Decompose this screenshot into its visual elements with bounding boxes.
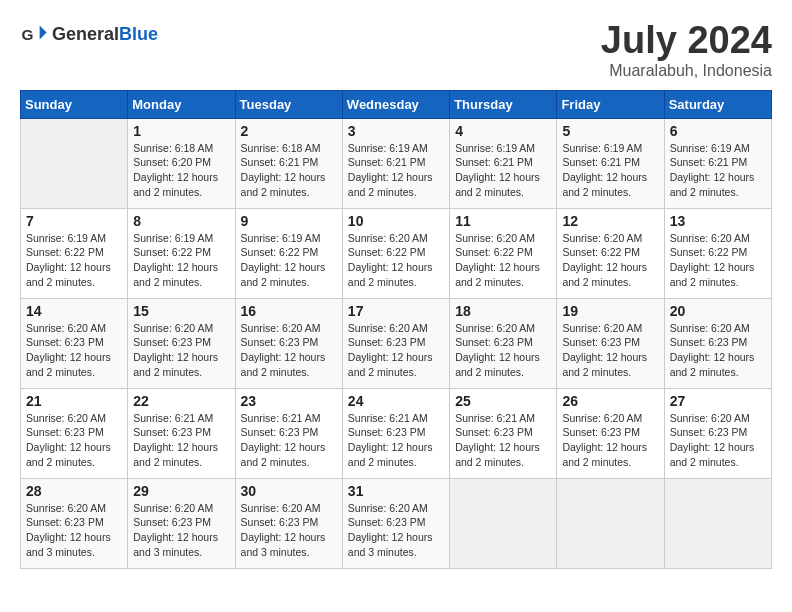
calendar-cell: 6Sunrise: 6:19 AM Sunset: 6:21 PM Daylig… [664,118,771,208]
day-info: Sunrise: 6:19 AM Sunset: 6:22 PM Dayligh… [26,231,122,290]
day-info: Sunrise: 6:20 AM Sunset: 6:23 PM Dayligh… [26,501,122,560]
calendar-cell [557,478,664,568]
calendar-cell: 29Sunrise: 6:20 AM Sunset: 6:23 PM Dayli… [128,478,235,568]
calendar-cell: 21Sunrise: 6:20 AM Sunset: 6:23 PM Dayli… [21,388,128,478]
day-info: Sunrise: 6:18 AM Sunset: 6:20 PM Dayligh… [133,141,229,200]
day-of-week-header-sunday: Sunday [21,90,128,118]
day-number: 27 [670,393,766,409]
day-number: 21 [26,393,122,409]
day-info: Sunrise: 6:19 AM Sunset: 6:21 PM Dayligh… [670,141,766,200]
day-info: Sunrise: 6:21 AM Sunset: 6:23 PM Dayligh… [241,411,337,470]
day-number: 20 [670,303,766,319]
calendar-cell: 7Sunrise: 6:19 AM Sunset: 6:22 PM Daylig… [21,208,128,298]
day-number: 12 [562,213,658,229]
day-of-week-header-wednesday: Wednesday [342,90,449,118]
calendar-week-row: 1Sunrise: 6:18 AM Sunset: 6:20 PM Daylig… [21,118,772,208]
day-number: 8 [133,213,229,229]
month-title: July 2024 [601,20,772,62]
calendar-cell: 18Sunrise: 6:20 AM Sunset: 6:23 PM Dayli… [450,298,557,388]
calendar-cell: 14Sunrise: 6:20 AM Sunset: 6:23 PM Dayli… [21,298,128,388]
day-number: 15 [133,303,229,319]
calendar-week-row: 14Sunrise: 6:20 AM Sunset: 6:23 PM Dayli… [21,298,772,388]
day-number: 29 [133,483,229,499]
day-number: 14 [26,303,122,319]
logo-text-blue: Blue [119,24,158,44]
day-info: Sunrise: 6:19 AM Sunset: 6:21 PM Dayligh… [348,141,444,200]
calendar-body: 1Sunrise: 6:18 AM Sunset: 6:20 PM Daylig… [21,118,772,568]
day-number: 23 [241,393,337,409]
day-number: 22 [133,393,229,409]
day-number: 11 [455,213,551,229]
day-info: Sunrise: 6:20 AM Sunset: 6:22 PM Dayligh… [348,231,444,290]
day-info: Sunrise: 6:20 AM Sunset: 6:23 PM Dayligh… [133,321,229,380]
day-number: 7 [26,213,122,229]
day-number: 3 [348,123,444,139]
day-number: 28 [26,483,122,499]
calendar-cell: 24Sunrise: 6:21 AM Sunset: 6:23 PM Dayli… [342,388,449,478]
calendar-cell: 5Sunrise: 6:19 AM Sunset: 6:21 PM Daylig… [557,118,664,208]
calendar-week-row: 21Sunrise: 6:20 AM Sunset: 6:23 PM Dayli… [21,388,772,478]
day-number: 5 [562,123,658,139]
calendar-cell: 28Sunrise: 6:20 AM Sunset: 6:23 PM Dayli… [21,478,128,568]
calendar-cell: 3Sunrise: 6:19 AM Sunset: 6:21 PM Daylig… [342,118,449,208]
day-of-week-header-tuesday: Tuesday [235,90,342,118]
day-info: Sunrise: 6:20 AM Sunset: 6:22 PM Dayligh… [455,231,551,290]
calendar-cell: 13Sunrise: 6:20 AM Sunset: 6:22 PM Dayli… [664,208,771,298]
calendar-cell: 23Sunrise: 6:21 AM Sunset: 6:23 PM Dayli… [235,388,342,478]
day-info: Sunrise: 6:20 AM Sunset: 6:23 PM Dayligh… [562,411,658,470]
day-info: Sunrise: 6:20 AM Sunset: 6:23 PM Dayligh… [348,321,444,380]
calendar-cell [450,478,557,568]
svg-marker-1 [40,26,47,40]
day-number: 18 [455,303,551,319]
page-header: G GeneralBlue July 2024 Muaralabuh, Indo… [20,20,772,80]
calendar-cell: 10Sunrise: 6:20 AM Sunset: 6:22 PM Dayli… [342,208,449,298]
day-info: Sunrise: 6:20 AM Sunset: 6:23 PM Dayligh… [26,321,122,380]
day-info: Sunrise: 6:21 AM Sunset: 6:23 PM Dayligh… [348,411,444,470]
day-info: Sunrise: 6:18 AM Sunset: 6:21 PM Dayligh… [241,141,337,200]
day-info: Sunrise: 6:20 AM Sunset: 6:22 PM Dayligh… [562,231,658,290]
day-number: 10 [348,213,444,229]
location-title: Muaralabuh, Indonesia [601,62,772,80]
day-of-week-header-friday: Friday [557,90,664,118]
calendar-week-row: 28Sunrise: 6:20 AM Sunset: 6:23 PM Dayli… [21,478,772,568]
day-info: Sunrise: 6:19 AM Sunset: 6:22 PM Dayligh… [241,231,337,290]
day-number: 31 [348,483,444,499]
day-info: Sunrise: 6:19 AM Sunset: 6:22 PM Dayligh… [133,231,229,290]
calendar-cell: 1Sunrise: 6:18 AM Sunset: 6:20 PM Daylig… [128,118,235,208]
calendar-cell: 15Sunrise: 6:20 AM Sunset: 6:23 PM Dayli… [128,298,235,388]
logo-text-general: General [52,24,119,44]
day-number: 13 [670,213,766,229]
svg-text:G: G [21,26,33,43]
day-info: Sunrise: 6:19 AM Sunset: 6:21 PM Dayligh… [562,141,658,200]
day-number: 1 [133,123,229,139]
day-info: Sunrise: 6:20 AM Sunset: 6:22 PM Dayligh… [670,231,766,290]
calendar-week-row: 7Sunrise: 6:19 AM Sunset: 6:22 PM Daylig… [21,208,772,298]
day-info: Sunrise: 6:20 AM Sunset: 6:23 PM Dayligh… [26,411,122,470]
day-number: 24 [348,393,444,409]
calendar-cell: 22Sunrise: 6:21 AM Sunset: 6:23 PM Dayli… [128,388,235,478]
calendar-table: SundayMondayTuesdayWednesdayThursdayFrid… [20,90,772,569]
day-number: 26 [562,393,658,409]
calendar-cell: 9Sunrise: 6:19 AM Sunset: 6:22 PM Daylig… [235,208,342,298]
calendar-header-row: SundayMondayTuesdayWednesdayThursdayFrid… [21,90,772,118]
logo: G GeneralBlue [20,20,158,48]
day-info: Sunrise: 6:20 AM Sunset: 6:23 PM Dayligh… [670,411,766,470]
calendar-cell: 17Sunrise: 6:20 AM Sunset: 6:23 PM Dayli… [342,298,449,388]
day-of-week-header-thursday: Thursday [450,90,557,118]
calendar-cell: 16Sunrise: 6:20 AM Sunset: 6:23 PM Dayli… [235,298,342,388]
day-number: 16 [241,303,337,319]
calendar-cell: 11Sunrise: 6:20 AM Sunset: 6:22 PM Dayli… [450,208,557,298]
day-number: 6 [670,123,766,139]
day-number: 19 [562,303,658,319]
generalblue-logo-icon: G [20,20,48,48]
day-info: Sunrise: 6:20 AM Sunset: 6:23 PM Dayligh… [241,321,337,380]
day-number: 2 [241,123,337,139]
day-info: Sunrise: 6:20 AM Sunset: 6:23 PM Dayligh… [670,321,766,380]
day-number: 9 [241,213,337,229]
calendar-cell: 26Sunrise: 6:20 AM Sunset: 6:23 PM Dayli… [557,388,664,478]
calendar-cell: 30Sunrise: 6:20 AM Sunset: 6:23 PM Dayli… [235,478,342,568]
day-number: 25 [455,393,551,409]
day-info: Sunrise: 6:20 AM Sunset: 6:23 PM Dayligh… [348,501,444,560]
day-number: 4 [455,123,551,139]
day-info: Sunrise: 6:21 AM Sunset: 6:23 PM Dayligh… [133,411,229,470]
